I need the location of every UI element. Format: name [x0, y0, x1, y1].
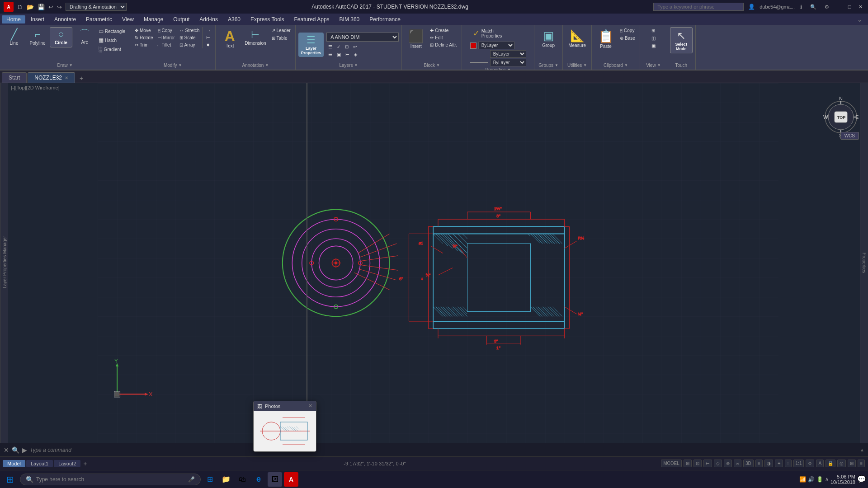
status-fullscreen-btn[interactable]: ⊞	[848, 460, 856, 467]
menu-view[interactable]: View	[118, 15, 138, 23]
view-btn1[interactable]: ⊞	[650, 27, 657, 34]
drawing-canvas[interactable]: Y X	[8, 83, 868, 443]
info-btn[interactable]: ℹ	[797, 4, 805, 10]
photos-btn[interactable]: 🖼	[268, 472, 282, 487]
ribbon-toggle[interactable]: ⌄	[854, 16, 866, 23]
scale-btn[interactable]: ⊞Scale	[178, 34, 202, 41]
close-btn[interactable]: ✕	[856, 3, 864, 11]
block-label[interactable]: Block▼	[424, 62, 439, 68]
copy-btn[interactable]: ⎘Copy	[156, 27, 177, 34]
dimension-btn[interactable]: ⊢ Dimension	[242, 27, 269, 47]
menu-output[interactable]: Output	[169, 15, 194, 23]
layer-btn4[interactable]: ↩	[351, 43, 359, 50]
select-mode-btn[interactable]: ↖ SelectMode	[670, 27, 693, 53]
layer-dropdown[interactable]: A ANNO DIM	[326, 33, 399, 42]
status-lwt-btn[interactable]: ≡	[755, 460, 763, 467]
annotation-label[interactable]: Annotation▼	[242, 62, 269, 68]
save-btn[interactable]: 💾	[38, 4, 45, 10]
status-lock-btn[interactable]: 🔓	[826, 460, 835, 467]
draw-label[interactable]: Draw▼	[57, 62, 72, 68]
modify-label[interactable]: Modify▼	[164, 62, 182, 68]
status-polar-btn[interactable]: ◇	[714, 460, 722, 467]
tab-start[interactable]: Start	[2, 72, 27, 83]
settings-btn[interactable]: ⚙	[822, 4, 832, 10]
menu-parametric[interactable]: Parametric	[81, 15, 117, 23]
undo-btn[interactable]: ↩	[48, 4, 53, 10]
up-arrow[interactable]: ∧	[825, 476, 829, 482]
arc-btn[interactable]: ⌒ Arc	[73, 27, 96, 47]
explode-btn[interactable]: ✸	[204, 42, 212, 48]
layer-btn6[interactable]: ▣	[335, 51, 343, 58]
search-btn[interactable]: 🔍	[807, 4, 819, 10]
menu-express[interactable]: Express Tools	[246, 15, 288, 23]
menu-manage[interactable]: Manage	[139, 15, 168, 23]
status-workspace-btn[interactable]: ⚙	[806, 460, 814, 467]
create-btn[interactable]: ✚Create	[428, 27, 459, 34]
store-btn[interactable]: 🛍	[235, 472, 250, 487]
microphone-icon[interactable]: 🎤	[188, 476, 195, 483]
rotate-btn[interactable]: ↻Rotate	[133, 34, 155, 41]
stretch-btn[interactable]: ↔Stretch	[178, 27, 202, 34]
layer-properties-btn[interactable]: ☰ LayerProperties	[298, 33, 324, 57]
command-input[interactable]	[30, 447, 442, 453]
layer-btn1[interactable]: ☰	[326, 43, 334, 50]
title-search-input[interactable]	[653, 3, 744, 11]
extend-btn[interactable]: →	[204, 27, 212, 34]
leader-btn[interactable]: ↗Leader	[270, 27, 292, 34]
status-trans-btn[interactable]: ◑	[764, 460, 773, 467]
photos-thumbnail[interactable]	[254, 411, 316, 451]
maximize-btn[interactable]: □	[845, 3, 854, 11]
text-btn[interactable]: A Text	[218, 27, 241, 50]
color-dropdown[interactable]: ByLayer	[478, 42, 514, 49]
view-btn2[interactable]: ◫	[650, 35, 657, 42]
layer-btn3[interactable]: ⊡	[343, 43, 350, 50]
block-editor-btn[interactable]: ⊞Define Attr.	[428, 42, 459, 48]
fillet-btn[interactable]: ⌐Fillet	[156, 42, 177, 48]
polyline-btn[interactable]: ⌐ Polyline	[26, 27, 49, 47]
menu-annotate[interactable]: Annotate	[50, 15, 80, 23]
status-anno-btn[interactable]: ↑	[785, 460, 792, 467]
layout-add-btn[interactable]: +	[81, 460, 89, 467]
model-tab[interactable]: Model	[3, 460, 25, 467]
array-btn[interactable]: ⊡Array	[178, 42, 202, 48]
utilities-label[interactable]: Utilities▼	[567, 62, 587, 68]
layer-btn7[interactable]: ⊢	[344, 51, 351, 58]
measure-btn[interactable]: 📐 Measure	[566, 27, 589, 50]
file-explorer-btn[interactable]: 📁	[219, 472, 233, 487]
paste-btn[interactable]: 📋 Paste	[594, 27, 617, 51]
lineweight-dropdown[interactable]: ByLayer	[490, 59, 526, 66]
clipboard-label[interactable]: Clipboard▼	[604, 62, 628, 68]
cmd-search-btn[interactable]: 🔍	[12, 446, 19, 454]
layout2-tab[interactable]: Layout2	[54, 460, 80, 467]
menu-featured[interactable]: Featured Apps	[290, 15, 334, 23]
group-btn[interactable]: ▣ Group	[537, 27, 560, 50]
edit-btn[interactable]: ✏Edit	[428, 34, 459, 41]
status-isolate-btn[interactable]: ◎	[837, 460, 846, 467]
status-osnap-btn[interactable]: ⊕	[724, 460, 732, 467]
layout1-tab[interactable]: Layout1	[26, 460, 53, 467]
match-properties-btn[interactable]: ✓ MatchProperties	[470, 27, 505, 40]
break-btn[interactable]: ⊢	[204, 34, 212, 41]
tab-nozzle32-close[interactable]: ✕	[65, 75, 68, 80]
view-label[interactable]: View▼	[646, 62, 660, 68]
status-grid-btn[interactable]: ⊞	[684, 460, 692, 467]
battery-icon[interactable]: 🔋	[816, 476, 823, 483]
menu-addins[interactable]: Add-ins	[195, 15, 222, 23]
move-btn[interactable]: ✥Move	[133, 27, 155, 34]
notification-icon[interactable]: 💬	[857, 475, 866, 483]
sound-icon[interactable]: 🔊	[808, 476, 815, 483]
open-btn[interactable]: 📂	[27, 4, 34, 10]
clock[interactable]: 5:06 PM 10/15/2018	[830, 474, 855, 485]
mirror-btn[interactable]: ⊣Mirror	[156, 34, 177, 41]
menu-performance[interactable]: Performance	[365, 15, 405, 23]
hatch-btn[interactable]: ▦Hatch	[97, 36, 127, 44]
photos-close[interactable]: ✕	[308, 403, 312, 409]
workspace-dropdown[interactable]: Drafting & Annotation	[66, 3, 127, 11]
cmd-arrow-btn[interactable]: ▶	[22, 446, 27, 454]
status-snap-btn[interactable]: ⊡	[693, 460, 702, 467]
menu-a360[interactable]: A360	[223, 15, 245, 23]
status-annotate-btn[interactable]: A	[816, 460, 824, 467]
layer-btn5[interactable]: ☰	[326, 51, 334, 58]
properties-panel[interactable]: Properties	[860, 83, 868, 443]
linetype-dropdown[interactable]: ByLayer	[490, 50, 526, 58]
